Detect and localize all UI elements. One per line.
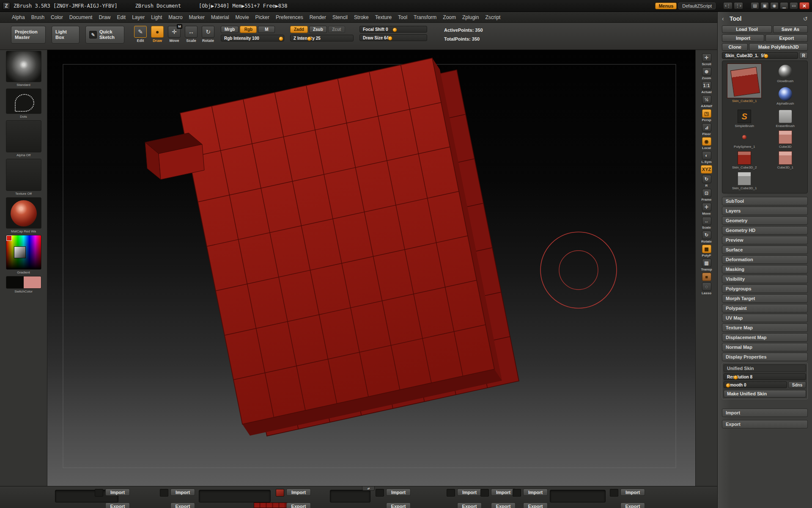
canvas-strip-button[interactable]: ⊕ Zoom — [697, 67, 716, 80]
mode-button[interactable]: ● Draw — [151, 26, 164, 43]
menu-item[interactable]: Document — [69, 14, 93, 20]
sculpt-mode-button[interactable]: Zsub — [309, 26, 327, 33]
tray-export-button[interactable]: Export — [491, 502, 516, 508]
tool-thumbnail[interactable]: Cube3D — [765, 129, 806, 150]
sculpt-mode-button[interactable]: Zadd — [290, 26, 308, 33]
tool-section-header[interactable]: Surface — [722, 246, 808, 254]
palette-thumbnail[interactable] — [6, 51, 41, 82]
tool-section-header[interactable]: Displacement Map — [722, 333, 808, 342]
tray-import-button[interactable]: Import — [620, 489, 645, 496]
menu-item[interactable]: Preferences — [276, 14, 303, 20]
menu-item[interactable]: Texture — [375, 14, 392, 20]
menu-item[interactable]: Draw — [99, 14, 110, 20]
canvas-strip-button[interactable]: ▦ PolyF — [697, 245, 716, 257]
tray-export-button[interactable]: Export — [170, 502, 195, 508]
focal-shift-slider[interactable]: Focal Shift 0 — [359, 26, 427, 33]
tool-thumbnail[interactable]: SimpleBrush — [724, 108, 765, 129]
tool-section-header[interactable]: Masking — [722, 265, 808, 273]
paint-mode-button[interactable]: M — [258, 26, 275, 33]
window-control-button[interactable]: ◉ — [770, 2, 779, 9]
palette-thumbnail-item[interactable]: Gradient — [5, 235, 42, 274]
tray-import-button[interactable]: Import — [386, 489, 411, 496]
tray-thumbnail[interactable] — [447, 489, 455, 497]
tray-thumbnail[interactable] — [95, 489, 103, 497]
tool-panel-button[interactable]: Import — [722, 34, 764, 42]
tray-import-button[interactable]: Import — [105, 489, 130, 496]
window-control-button[interactable]: ▤ — [751, 2, 759, 9]
palette-thumbnail[interactable] — [6, 197, 41, 229]
active-tool-slider[interactable]: Skin_Cube3D_1. 50 — [722, 52, 798, 59]
mode-button[interactable]: ↔ Scale — [184, 26, 198, 43]
palette-thumbnail[interactable] — [6, 235, 41, 270]
palette-thumbnail[interactable] — [6, 88, 41, 114]
canvas-strip-button[interactable]: ↻ R — [697, 175, 716, 188]
document-canvas[interactable] — [47, 50, 695, 486]
tool-panel-button[interactable]: Make PolyMesh3D — [749, 43, 808, 51]
tool-section-header[interactable]: Polygroups — [722, 284, 808, 293]
canvas-strip-button[interactable]: ✛ Scroll — [697, 53, 716, 66]
palette-thumbnail[interactable] — [6, 276, 41, 289]
canvas-strip-button[interactable]: ↔ Scale — [697, 217, 716, 229]
tray-import-button[interactable]: Import — [491, 489, 516, 496]
restore-button[interactable]: R — [799, 52, 808, 59]
menu-item[interactable]: Transform — [414, 14, 436, 20]
mode-button[interactable]: ↻ Rotate — [201, 26, 215, 43]
tool-section-header[interactable]: SubTool — [722, 197, 808, 205]
tool-section-header[interactable]: Geometry — [722, 216, 808, 225]
menu-item[interactable]: Material — [211, 14, 229, 20]
sdns-button[interactable]: Sdns — [788, 381, 806, 388]
tray-thumbnail[interactable] — [513, 489, 521, 497]
tool-section-header[interactable]: Texture Map — [722, 323, 808, 332]
active-tool-slot[interactable]: Skin_Cube3D_1 — [724, 64, 765, 107]
red-cube-icon[interactable] — [727, 64, 762, 98]
tray-thumbnail[interactable] — [160, 489, 168, 497]
menu-item[interactable]: Zplugin — [462, 14, 479, 20]
projection-master-button[interactable]: Projection Master — [11, 26, 46, 44]
tool-section-header[interactable]: Import — [722, 409, 808, 417]
menu-item[interactable]: Macro — [168, 14, 182, 20]
tray-import-button[interactable]: Import — [170, 489, 195, 496]
canvas-3d-viewport[interactable] — [47, 50, 695, 486]
tray-export-button[interactable]: Export — [386, 502, 411, 508]
mode-button[interactable]: M ✛ Move — [167, 26, 181, 43]
canvas-strip-button[interactable]: ◳ Persp — [697, 109, 716, 122]
palette-thumbnail-item[interactable]: Dots — [5, 88, 42, 119]
tray-thumbnail[interactable] — [276, 489, 284, 497]
tray-thumbnail[interactable] — [480, 489, 489, 497]
menu-item[interactable]: Render — [310, 14, 326, 20]
menu-item[interactable]: Brush — [31, 14, 44, 20]
tray-import-button[interactable]: Import — [286, 489, 311, 496]
resolution-slider[interactable]: Resolution 8 — [724, 373, 806, 380]
tool-section-header[interactable]: Geometry HD — [722, 226, 808, 235]
tool-panel-button[interactable]: Load Tool — [722, 25, 772, 33]
z-intensity-slider[interactable]: Z Intensity 25 — [290, 35, 354, 41]
tool-thumbnail[interactable]: Skin_Cube3D_2 — [724, 150, 765, 171]
canvas-strip-button[interactable]: 1:1 Actual — [697, 81, 716, 94]
menu-item[interactable]: Zscript — [485, 14, 500, 20]
canvas-strip-button[interactable]: ◌ Lasso — [697, 282, 716, 295]
menus-button[interactable]: Menus — [655, 3, 677, 9]
tray-import-button[interactable]: Import — [457, 489, 482, 496]
canvas-strip-button[interactable]: ⊿ Floor — [697, 123, 716, 136]
paint-mode-button[interactable]: Rgb — [240, 26, 257, 33]
tray-export-button[interactable]: Export — [523, 502, 548, 508]
menu-item[interactable]: Alpha — [12, 14, 25, 20]
canvas-strip-button[interactable]: ↻ Rotate — [697, 231, 716, 243]
window-control-button[interactable]: ▭ — [790, 2, 798, 9]
tool-section-header[interactable]: Polypaint — [722, 304, 808, 312]
canvas-strip-button[interactable]: ▥ Transp — [697, 259, 716, 271]
tool-section-header[interactable]: Normal Map — [722, 343, 808, 351]
canvas-strip-button[interactable]: ◉ Local — [697, 137, 716, 150]
tool-panel-button[interactable]: Export — [765, 34, 808, 42]
palette-thumbnail-item[interactable]: Alpha Off — [5, 120, 42, 157]
sculpt-mode-button[interactable]: Zcut — [328, 26, 345, 33]
tool-section-header[interactable]: Deformation — [722, 255, 808, 264]
light-box-button[interactable]: Light Box — [52, 26, 80, 44]
tool-thumbnail[interactable]: AlphaBrush — [776, 86, 794, 107]
default-zscript-button[interactable]: DefaultZScript — [678, 3, 716, 9]
menu-item[interactable]: Movie — [236, 14, 249, 20]
tool-panel-button[interactable]: Clone — [722, 43, 748, 51]
draw-size-slider[interactable]: Draw Size 64 — [359, 34, 427, 41]
skinned-cube-mesh[interactable] — [145, 58, 519, 436]
tool-thumbnail[interactable]: Cube3D_1 — [765, 150, 806, 171]
